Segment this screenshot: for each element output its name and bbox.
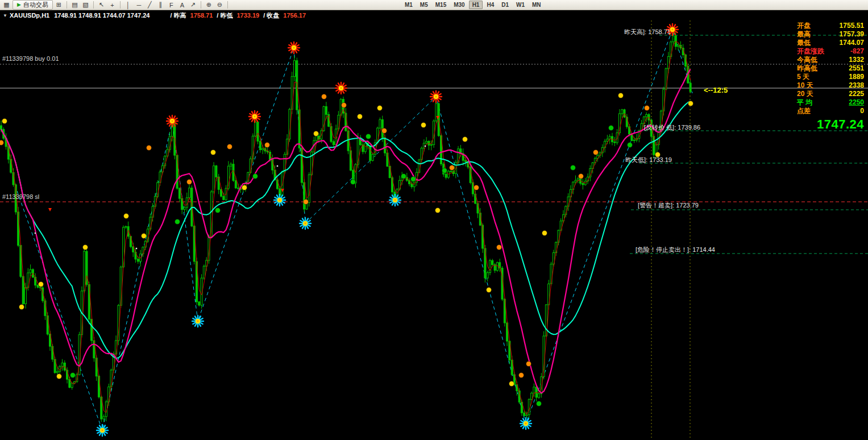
stat-row-开盘涨跌: 开盘涨跌-827 xyxy=(797,47,864,56)
chart-area[interactable]: 开盘1755.51最高1757.39最低1744.07开盘涨跌-827今高低13… xyxy=(0,20,868,440)
order-label: #11339798 buy 0.01 xyxy=(2,55,59,62)
stat-value: 2551 xyxy=(849,64,864,73)
sun-marker-top xyxy=(335,82,347,94)
stat-row-平 均: 平 均2250 xyxy=(797,98,864,107)
stat-value: 1889 xyxy=(849,73,864,81)
stat-label: 最高 xyxy=(797,30,811,39)
stat-row-最低: 最低1744.07 xyxy=(797,39,864,47)
prev-close-label: / 收盘 xyxy=(263,12,279,19)
tab-timeframe-m15[interactable]: M15 xyxy=(432,1,450,9)
toolbar-tools: ⊞▤▧↖+│─╱∥FA↗⊕⊖ xyxy=(54,1,230,9)
tab-timeframe-mn[interactable]: MN xyxy=(529,1,545,9)
sun-marker-bottom xyxy=(389,194,401,206)
stat-label: 10 天 xyxy=(797,81,813,90)
horizontal-line-icon[interactable]: ─ xyxy=(134,1,144,9)
stat-label: 开盘 xyxy=(797,22,811,30)
arrow-tools-icon[interactable]: ↗ xyxy=(188,1,198,9)
channel-icon[interactable]: ∥ xyxy=(156,1,165,9)
toolbar-separator xyxy=(227,1,228,9)
vertical-line-icon[interactable]: │ xyxy=(123,1,133,9)
stat-label: 平 均 xyxy=(797,98,812,107)
sun-marker-bottom xyxy=(97,425,108,436)
prev-low-value: 1733.19 xyxy=(236,12,259,19)
toolbar-separator xyxy=(201,1,201,9)
auto-trading-label: 自动交易 xyxy=(23,1,48,9)
chart-canvas[interactable] xyxy=(0,20,868,440)
tab-timeframe-m30[interactable]: M30 xyxy=(450,1,468,9)
crosshair-icon[interactable]: + xyxy=(107,1,117,9)
stat-value: 1332 xyxy=(849,56,864,64)
fibonacci-icon[interactable]: F xyxy=(167,1,176,9)
symbol-info-bar: ▼ XAUUSDp,H1 1748.91 1748.91 1744.07 174… xyxy=(0,10,868,20)
zoom-in-icon[interactable]: ⊕ xyxy=(204,1,214,9)
sun-marker-top xyxy=(249,111,260,122)
stat-value: 2225 xyxy=(849,90,864,98)
zigzag-trendline xyxy=(17,30,692,430)
stat-value: 1744.07 xyxy=(840,39,864,47)
stoploss-label: #11339798 sl xyxy=(2,193,39,200)
stat-label: 点差 xyxy=(797,107,811,115)
stat-row-点差: 点差0 xyxy=(797,107,864,115)
stat-label: 最低 xyxy=(797,39,811,47)
prev-day-high-annotation: 昨天高]: 1758.71 xyxy=(624,28,671,36)
play-icon: ▶ xyxy=(17,2,21,7)
fast-ma-line xyxy=(1,41,691,414)
toolbar-lead-icons: ▦ xyxy=(2,1,11,9)
top-toolbar: ▦ ▶ 自动交易 ⊞▤▧↖+│─╱∥FA↗⊕⊖ M1M5M15M30H1H4D1… xyxy=(0,0,868,10)
stat-label: 开盘涨跌 xyxy=(797,47,824,56)
new-order-icon[interactable]: ⊞ xyxy=(54,1,64,9)
current-price: 1747.24 xyxy=(797,120,864,128)
cursor-icon[interactable]: ↖ xyxy=(97,1,106,9)
trendline-icon[interactable]: ╱ xyxy=(145,1,155,9)
chart-window-icon[interactable]: ▤ xyxy=(70,1,80,9)
danger-stop-sell-annotation: [危险！停止卖出！]: 1714.44 xyxy=(636,246,715,254)
toolbar-separator xyxy=(93,1,94,9)
text-label-icon[interactable]: A xyxy=(177,1,187,9)
tab-timeframe-h4[interactable]: H4 xyxy=(483,1,497,9)
tab-timeframe-h1[interactable]: H1 xyxy=(469,1,483,9)
stat-row-开盘: 开盘1755.51 xyxy=(797,22,864,30)
prev-day-low-annotation: 昨天低]: 1733.19 xyxy=(625,156,672,164)
toolbar-separator xyxy=(67,1,67,9)
daily-stats: / 昨高1758.71/ 昨低1733.19/ 收盘1756.17 xyxy=(170,11,310,20)
oversold-warning-annotation: [警告！超卖]: 1723.79 xyxy=(638,201,699,210)
terminal-grid-icon[interactable]: ▦ xyxy=(2,1,11,9)
stat-value: 2338 xyxy=(849,81,864,90)
period-separators xyxy=(651,20,690,440)
tab-timeframe-d1[interactable]: D1 xyxy=(498,1,512,9)
stat-row-今高低: 今高低1332 xyxy=(797,56,864,64)
sun-marker-top xyxy=(288,42,300,53)
sell-arrow-markers xyxy=(48,116,439,211)
stat-value: -827 xyxy=(850,47,864,56)
stat-value: 2250 xyxy=(849,98,864,107)
reversal-low-annotation: [反转价 低]: 1739.86 xyxy=(644,123,700,132)
sun-marker-bottom xyxy=(274,194,285,206)
candles xyxy=(1,31,692,422)
stat-row-最高: 最高1757.39 xyxy=(797,30,864,39)
tab-timeframe-m1[interactable]: M1 xyxy=(401,1,416,9)
tab-timeframe-w1[interactable]: W1 xyxy=(513,1,528,9)
auto-trading-button[interactable]: ▶ 自动交易 xyxy=(13,0,53,10)
stat-value: 0 xyxy=(860,107,864,115)
countdown-annotation: <--12:5 xyxy=(704,86,728,94)
stat-row-20 天: 20 天2225 xyxy=(797,90,864,98)
toolbar-separator xyxy=(120,1,121,9)
stat-label: 5 天 xyxy=(797,73,809,81)
tab-timeframe-m5[interactable]: M5 xyxy=(417,1,431,9)
stat-value: 1757.39 xyxy=(840,30,864,39)
stat-label: 昨高低 xyxy=(797,64,817,73)
stat-label: 20 天 xyxy=(797,90,813,98)
sun-marker-bottom xyxy=(300,218,311,229)
ohlc-values: 1748.91 1748.91 1744.07 1747.24 xyxy=(54,12,149,19)
stats-panel: 开盘1755.51最高1757.39最低1744.07开盘涨跌-827今高低13… xyxy=(797,22,864,128)
zoom-out-icon[interactable]: ⊖ xyxy=(215,1,225,9)
prev-high-label: / 昨高 xyxy=(170,12,186,19)
stat-row-10 天: 10 天2338 xyxy=(797,81,864,90)
prev-close-value: 1756.17 xyxy=(283,12,306,19)
prev-high-value: 1758.71 xyxy=(190,12,213,19)
profiles-icon[interactable]: ▧ xyxy=(81,1,90,9)
slow-ma-line xyxy=(1,101,691,358)
stat-row-5 天: 5 天1889 xyxy=(797,73,864,81)
symbol-dropdown-icon[interactable]: ▼ xyxy=(3,13,7,18)
sun-marker-bottom xyxy=(520,418,531,429)
